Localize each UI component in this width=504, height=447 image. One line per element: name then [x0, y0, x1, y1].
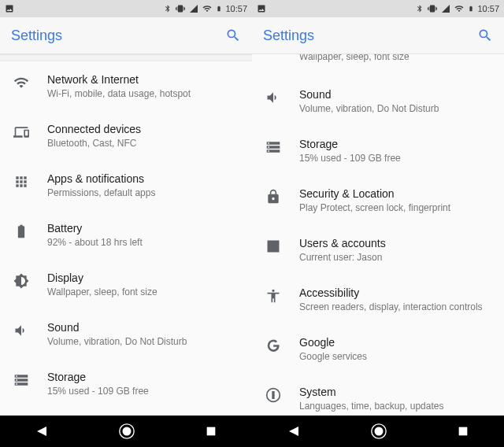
item-subtitle: Current user: Jason: [299, 252, 491, 264]
clock-text: 10:57: [477, 4, 499, 13]
phone-right: 10:57 Settings DisplayWallpaper, sleep, …: [252, 0, 504, 447]
info-icon: [265, 386, 282, 404]
back-button[interactable]: [287, 424, 301, 438]
svg-rect-4: [272, 394, 274, 398]
list-item[interactable]: Storage15% used - 109 GB free: [0, 359, 252, 408]
item-subtitle: Bluetooth, Cast, NFC: [47, 138, 239, 150]
item-subtitle: Screen readers, display, interaction con…: [299, 301, 491, 313]
search-button[interactable]: [477, 28, 493, 43]
item-subtitle: Wallpaper, sleep, font size: [299, 54, 491, 63]
item-subtitle: 15% used - 109 GB free: [47, 386, 239, 397]
wifi-status-icon: [454, 4, 465, 13]
bluetooth-icon: [416, 4, 424, 13]
devices-icon: [13, 124, 30, 141]
search-button[interactable]: [225, 28, 241, 43]
sound-icon: [265, 89, 282, 106]
storage-icon: [13, 371, 30, 389]
list-item[interactable]: Network & InternetWi-Fi, mobile, data us…: [0, 61, 252, 111]
item-title: Accessibility: [299, 286, 491, 300]
vibrate-icon: [427, 4, 438, 13]
status-bar: 10:57: [252, 0, 504, 17]
item-subtitle: 92% - about 18 hrs left: [47, 237, 239, 249]
item-title: Display: [47, 271, 239, 285]
list-item[interactable]: SoundVolume, vibration, Do Not Disturb: [252, 76, 504, 126]
wifi-icon: [13, 74, 30, 91]
navigation-bar: [252, 416, 504, 447]
item-title: Connected devices: [47, 122, 239, 136]
list-item[interactable]: Security & LocationPlay Protect, screen …: [0, 408, 252, 416]
clock-text: 10:57: [225, 4, 247, 13]
item-subtitle: Wi-Fi, mobile, data usage, hotspot: [47, 88, 239, 100]
signal-icon: [189, 4, 198, 13]
apps-icon: [13, 173, 30, 190]
list-item[interactable]: Apps & notificationsPermissions, default…: [0, 161, 252, 210]
phone-left: 10:57 Settings Network & InternetWi-Fi, …: [0, 0, 252, 447]
battery-status-icon: [468, 4, 474, 13]
navigation-bar: [0, 416, 252, 447]
list-item[interactable]: Storage15% used - 109 GB free: [252, 126, 504, 175]
list-item[interactable]: DisplayWallpaper, sleep, font size: [252, 54, 504, 76]
svg-rect-8: [459, 427, 468, 436]
appbar: Settings: [0, 17, 252, 54]
google-icon: [265, 337, 282, 354]
status-bar: 10:57: [0, 0, 252, 17]
user-icon: [265, 238, 282, 255]
appbar-shadow: [0, 54, 252, 61]
battery-icon: [13, 223, 30, 240]
list-item[interactable]: AccessibilityScreen readers, display, in…: [252, 275, 504, 324]
signal-icon: [441, 4, 450, 13]
wifi-status-icon: [202, 4, 213, 13]
item-title: Storage: [299, 137, 491, 151]
back-button[interactable]: [35, 424, 49, 438]
item-subtitle: Languages, time, backup, updates: [299, 401, 491, 412]
settings-list[interactable]: DisplayWallpaper, sleep, font sizeSoundV…: [252, 54, 504, 416]
item-title: System: [299, 385, 491, 399]
page-title: Settings: [11, 28, 225, 44]
list-item[interactable]: Connected devicesBluetooth, Cast, NFC: [0, 111, 252, 161]
item-title: Security & Location: [299, 187, 491, 201]
picture-icon: [5, 4, 14, 13]
recents-button[interactable]: [205, 425, 217, 438]
item-subtitle: 15% used - 109 GB free: [299, 153, 491, 164]
bluetooth-icon: [164, 4, 172, 13]
settings-list[interactable]: Network & InternetWi-Fi, mobile, data us…: [0, 61, 252, 416]
item-title: Network & Internet: [47, 72, 239, 87]
item-title: Storage: [47, 370, 239, 384]
svg-rect-2: [207, 427, 216, 436]
picture-icon: [257, 4, 266, 13]
item-subtitle: Volume, vibration, Do Not Disturb: [299, 103, 491, 115]
display-icon: [13, 272, 30, 290]
item-title: Sound: [47, 320, 239, 334]
item-title: Battery: [47, 221, 239, 235]
svg-point-1: [123, 427, 132, 436]
item-subtitle: Play Protect, screen lock, fingerprint: [299, 202, 491, 214]
item-title: Apps & notifications: [47, 172, 239, 186]
lock-icon: [265, 188, 282, 205]
battery-status-icon: [216, 4, 222, 13]
list-item[interactable]: SoundVolume, vibration, Do Not Disturb: [0, 309, 252, 359]
accessibility-icon: [265, 287, 282, 305]
page-title: Settings: [263, 28, 477, 44]
item-subtitle: Wallpaper, sleep, font size: [47, 286, 239, 298]
storage-icon: [265, 139, 282, 156]
list-item[interactable]: Battery92% - about 18 hrs left: [0, 210, 252, 260]
sound-icon: [13, 322, 30, 339]
home-button[interactable]: [370, 423, 387, 440]
item-title: Users & accounts: [299, 236, 491, 250]
list-item[interactable]: GoogleGoogle services: [252, 324, 504, 374]
appbar: Settings: [252, 17, 504, 54]
item-subtitle: Google services: [299, 351, 491, 363]
home-button[interactable]: [118, 423, 135, 440]
vibrate-icon: [175, 4, 186, 13]
recents-button[interactable]: [457, 425, 469, 438]
item-title: Sound: [299, 87, 491, 102]
list-item[interactable]: Users & accountsCurrent user: Jason: [252, 225, 504, 275]
item-subtitle: Volume, vibration, Do Not Disturb: [47, 336, 239, 348]
svg-point-3: [272, 392, 274, 393]
item-subtitle: Permissions, default apps: [47, 187, 239, 199]
list-item[interactable]: DisplayWallpaper, sleep, font size: [0, 260, 252, 309]
item-title: Google: [299, 335, 491, 349]
svg-point-7: [375, 427, 384, 436]
list-item[interactable]: Security & LocationPlay Protect, screen …: [252, 175, 504, 225]
list-item[interactable]: SystemLanguages, time, backup, updates: [252, 374, 504, 416]
